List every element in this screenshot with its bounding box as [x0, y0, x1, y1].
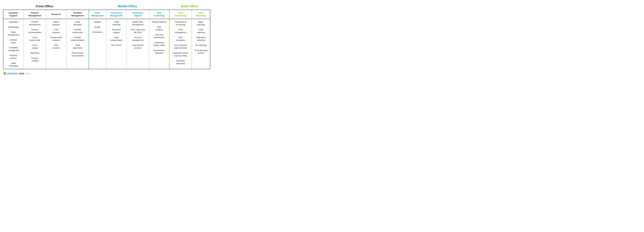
col-body-fund-reporting: Mgmt.reporting Clientreporting Regulator…	[192, 19, 210, 56]
item: Custodianalignment	[176, 60, 185, 65]
item: Performanceattribution	[154, 49, 165, 54]
item: Regulatoryreporting	[196, 36, 206, 42]
col-customer-support: CustomerSupport Acquisition Onboarding S…	[3, 10, 24, 69]
col-fund-reporting: FundReporting Mgmt.reporting Clientrepor…	[192, 10, 210, 69]
item: Contractmgmt.	[10, 38, 17, 44]
col-product-management: ProductManagement Productdevelopment Pro…	[24, 10, 46, 69]
col-risk-controlling: RiskControlling Rating validation Riskan…	[149, 10, 170, 69]
item: Transactionsprocessing	[175, 20, 186, 26]
item: Fundratings	[32, 44, 38, 49]
item: Fundamentalresearch	[50, 36, 62, 42]
item: Acquisition	[8, 20, 18, 23]
item: Tradematching	[112, 20, 120, 26]
item: Corporate actions& proxy voting	[173, 52, 188, 57]
item: Rating validation	[152, 20, 166, 23]
item: Performancemeasurement	[72, 52, 84, 57]
item: Bonds	[95, 26, 100, 28]
item: Equities	[94, 20, 101, 23]
col-body-fund-accounting: Transactionsprocessing Fundmanagement NA…	[170, 19, 192, 66]
logo-banking: BANKING	[7, 72, 18, 75]
item: Assetallocation	[74, 20, 82, 26]
col-header-fund-accounting: FundAccounting	[170, 10, 192, 19]
col-body-transaction-management: Tradematching Executionsupport Salescomp…	[106, 19, 126, 48]
col-transaction-management: TransactionManagement Tradematching Exec…	[106, 10, 127, 69]
logo-by-zeb: by zeb	[25, 72, 30, 75]
item: Fundmaster data	[30, 36, 40, 42]
item: Portfolioimplementation	[71, 36, 84, 42]
item: Fundmanagement	[175, 28, 186, 34]
item: Tax reporting	[195, 44, 207, 46]
item: Accountmanagement	[132, 36, 144, 42]
col-header-portfolio-management: PortfolioManagement	[66, 10, 89, 19]
col-body-risk-controlling: Rating validation Riskanalysis ESG riska…	[149, 19, 169, 56]
col-header-fund-reporting: FundReporting	[192, 10, 210, 19]
col-body-customer-support: Acquisition Onboarding Salesmanagement C…	[3, 19, 24, 69]
item: New productprocess	[132, 44, 144, 49]
item: Macroresearch	[52, 20, 60, 26]
col-portfolio-management: PortfolioManagement Assetallocation Port…	[66, 10, 89, 69]
col-order-management: OrderManagement Equities Bonds Derivativ…	[89, 10, 106, 69]
col-header-transaction-management: TransactionManagement	[106, 10, 126, 19]
col-body-order-management: Equities Bonds Derivatives	[89, 19, 106, 35]
item: Advisoryservice	[10, 54, 17, 60]
item: Marketing	[30, 52, 39, 54]
item: Salesmanagement	[8, 31, 19, 36]
item: Investmentcompl. check	[154, 41, 165, 46]
item: NAVevaluation	[176, 36, 185, 42]
item: Clientreporting	[197, 28, 205, 34]
item: Fee control	[112, 44, 121, 46]
item: Salescontrolling	[9, 62, 18, 67]
col-header-customer-support: CustomerSupport	[3, 10, 24, 19]
col-body-research: Macroresearch Fundresearch Fundamentalre…	[46, 19, 66, 51]
item: Fundresearch	[52, 28, 60, 34]
section-headers: Front Office Middle Office Back Office	[3, 4, 210, 9]
middle-office-header: Middle Office	[86, 4, 169, 9]
logo-icon: 🌿	[3, 72, 6, 75]
item: Complaintmanagement	[8, 46, 19, 52]
item: Derivatives	[93, 31, 102, 34]
item: Riskanalysis	[156, 26, 163, 31]
item: Trans. data entry(M-KVG)	[130, 28, 145, 34]
col-fund-accounting: FundAccounting Transactionsprocessing Fu…	[170, 10, 192, 69]
col-header-research: Research	[46, 10, 66, 19]
item: Executionsupport	[112, 28, 121, 34]
col-body-investment-support: Master datamanagement Trans. data entry(…	[127, 19, 149, 51]
front-office-header: Front Office	[3, 4, 86, 9]
item: Onboarding	[8, 26, 18, 28]
col-body-product-management: Productdevelopment Productdocumentation …	[24, 19, 46, 64]
col-header-investment-support: InvestmentSupport	[127, 10, 149, 19]
col-investment-support: InvestmentSupport Master datamanagement …	[127, 10, 149, 69]
item: Portfolioconstruction	[72, 28, 83, 34]
item: Ann. financialstatements/tax	[174, 44, 187, 49]
col-header-product-management: ProductManagement	[24, 10, 46, 19]
item: Productdevelopment	[29, 20, 40, 26]
col-body-portfolio-management: Assetallocation Portfolioconstruction Po…	[66, 19, 89, 58]
item: Productcosting	[32, 57, 38, 62]
item: Productdocumentation	[28, 28, 41, 34]
item: ESG riskassessment	[154, 34, 164, 39]
item: Salescompensation	[110, 36, 122, 42]
back-office-header: Back Office	[169, 4, 210, 9]
main-table: CustomerSupport Acquisition Onboarding S…	[3, 10, 210, 69]
page-container: Front Office Middle Office Back Office C…	[3, 4, 210, 75]
item: Orderplacement	[73, 44, 82, 49]
item: Master datamanagement	[132, 20, 144, 26]
item: Mgmt.reporting	[197, 20, 205, 26]
logo-area: 🌿 BANKING HUB by zeb	[3, 72, 210, 75]
item: ESGresearch	[52, 44, 60, 49]
col-header-order-management: OrderManagement	[89, 10, 106, 19]
logo-hub: HUB	[19, 72, 24, 75]
col-research: Research Macroresearch Fundresearch Fund…	[46, 10, 66, 69]
col-header-risk-controlling: RiskControlling	[149, 10, 169, 19]
item: Fund reportingsystem	[194, 49, 208, 54]
